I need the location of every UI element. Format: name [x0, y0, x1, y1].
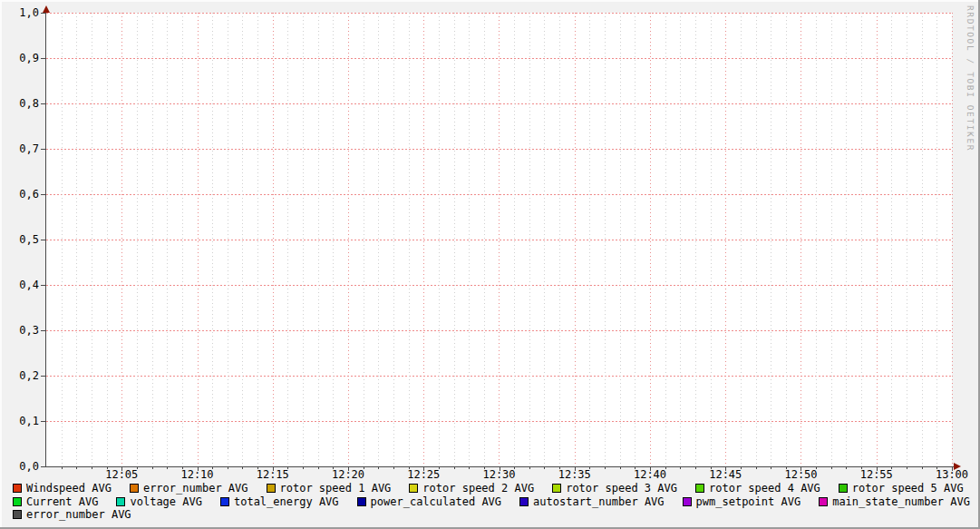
legend-item: rotor speed 5 AVG [839, 482, 964, 495]
legend-item: Windspeed AVG [13, 482, 112, 495]
legend-swatch-icon [839, 484, 848, 493]
legend-swatch-icon [552, 484, 561, 493]
legend-label: total_energy AVG [234, 495, 339, 508]
x-tick-label: 12:50 [774, 468, 829, 481]
x-minor-tick [922, 467, 923, 469]
legend-swatch-icon [409, 484, 418, 493]
x-tick-label: 12:55 [849, 468, 904, 481]
x-minor-tick [62, 467, 63, 469]
x-tick-label: 12:15 [246, 468, 300, 481]
y-axis-line [45, 8, 46, 467]
minor-gridline-v [454, 13, 455, 466]
major-gridline-v [725, 13, 726, 466]
legend-swatch-icon [695, 484, 704, 493]
x-tick-label: 12:30 [472, 468, 527, 481]
legend-label: rotor speed 2 AVG [422, 482, 534, 495]
minor-gridline-v [228, 13, 228, 466]
minor-gridline-v [514, 13, 515, 466]
legend-row: Current AVGvoltage AVGtotal_energy AVGpo… [13, 495, 974, 509]
minor-gridline-v [559, 13, 560, 466]
legend-swatch-icon [683, 497, 692, 506]
legend-label: Current AVG [26, 495, 98, 508]
x-minor-tick [469, 467, 470, 469]
major-gridline-v [423, 13, 424, 466]
rrdtool-watermark: RRDTOOL / TOBI OETIKER [965, 5, 975, 152]
y-major-tick [41, 58, 46, 59]
x-minor-tick [620, 467, 621, 469]
legend-swatch-icon [13, 497, 22, 506]
legend-item: power_calculated AVG [357, 495, 502, 508]
legend-item: total_energy AVG [220, 495, 339, 508]
legend-label: power_calculated AVG [371, 495, 502, 508]
y-tick-label: 0,5 [8, 233, 39, 246]
minor-gridline-v [771, 13, 771, 466]
y-major-tick [41, 13, 46, 14]
legend: Windspeed AVGerror_number AVGrotor speed… [13, 482, 974, 522]
minor-gridline-v [665, 13, 666, 466]
y-tick-label: 0,6 [8, 188, 39, 201]
legend-row: error_number AVG [13, 508, 974, 522]
x-minor-tick [544, 467, 545, 469]
legend-label: error_number AVG [26, 508, 131, 521]
major-gridline-v [348, 13, 349, 466]
minor-gridline-v [620, 13, 621, 466]
x-tick-label: 12:10 [170, 468, 225, 481]
legend-label: rotor speed 5 AVG [852, 482, 964, 495]
minor-gridline-v [589, 13, 590, 466]
minor-gridline-v [107, 13, 108, 466]
x-minor-tick [318, 467, 319, 469]
legend-item: autostart_number AVG [519, 495, 665, 508]
minor-gridline-v [484, 13, 485, 466]
minor-gridline-v [861, 13, 862, 466]
x-minor-tick [378, 467, 379, 469]
minor-gridline-v [756, 13, 757, 466]
legend-label: rotor speed 4 AVG [709, 482, 820, 495]
minor-gridline-v [711, 13, 712, 466]
minor-gridline-v [152, 13, 153, 466]
legend-item: pwm_setpoint AVG [683, 495, 801, 508]
y-tick-label: 0,1 [8, 415, 39, 427]
frame-edge-top [0, 0, 980, 2]
legend-swatch-icon [130, 484, 139, 493]
y-major-tick [41, 285, 46, 286]
legend-swatch-icon [819, 497, 828, 506]
y-tick-label: 0,8 [8, 97, 39, 110]
x-minor-tick [831, 467, 832, 469]
legend-swatch-icon [519, 497, 529, 506]
major-gridline-v [575, 13, 576, 466]
legend-swatch-icon [220, 497, 229, 506]
legend-item: error_number AVG [130, 482, 248, 495]
x-minor-tick [605, 467, 606, 469]
legend-label: rotor speed 1 AVG [280, 482, 392, 495]
minor-gridline-v [167, 13, 168, 466]
minor-gridline-v [137, 13, 138, 466]
x-tick-label: 12:40 [623, 468, 677, 481]
rrdtool-graph: 0,00,10,20,30,40,50,60,70,80,91,012:0512… [0, 0, 980, 529]
y-major-tick [41, 421, 46, 422]
x-minor-tick [695, 467, 696, 469]
major-gridline-v [198, 13, 199, 466]
minor-gridline-v [242, 13, 243, 466]
major-gridline-v [800, 13, 801, 466]
legend-item: Current AVG [13, 495, 98, 508]
legend-label: voltage AVG [130, 495, 201, 508]
y-major-tick [41, 103, 46, 104]
x-minor-tick [393, 467, 394, 469]
minor-gridline-v [318, 13, 319, 466]
x-minor-tick [303, 467, 304, 469]
legend-item: rotor speed 3 AVG [552, 482, 677, 495]
legend-label: main_state_number AVG [832, 495, 970, 508]
major-gridline-v [499, 13, 500, 466]
minor-gridline-v [907, 13, 907, 466]
x-minor-tick [92, 467, 92, 469]
minor-gridline-v [680, 13, 681, 466]
x-tick-label: 12:35 [548, 468, 602, 481]
minor-gridline-v [393, 13, 394, 466]
minor-gridline-v [529, 13, 530, 466]
minor-gridline-v [786, 13, 787, 466]
legend-item: rotor speed 1 AVG [267, 482, 392, 495]
y-major-tick [41, 194, 46, 195]
y-major-tick [41, 330, 46, 331]
legend-swatch-icon [13, 484, 22, 493]
minor-gridline-v [409, 13, 410, 466]
